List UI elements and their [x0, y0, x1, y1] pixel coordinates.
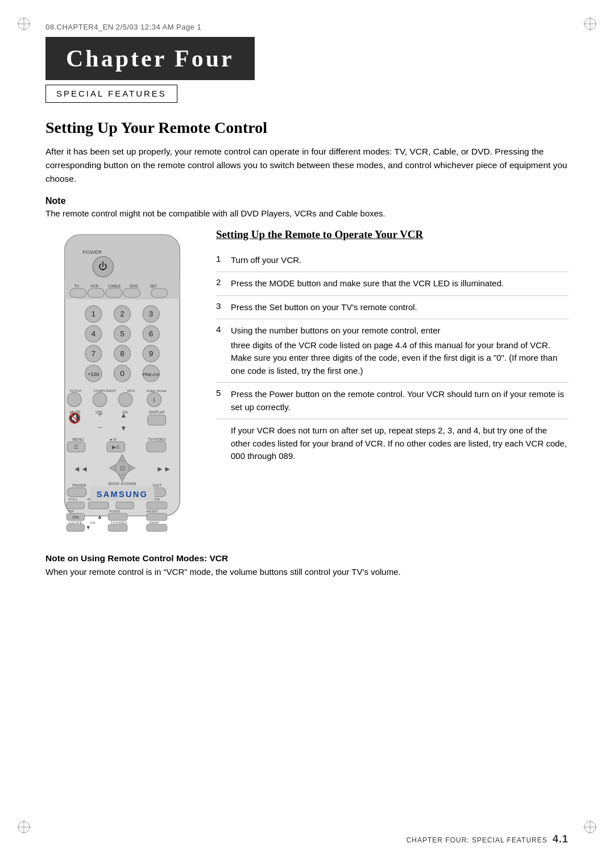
svg-text:►/II: ►/II [110, 437, 117, 441]
svg-text:8: 8 [120, 349, 125, 358]
svg-text:6: 6 [149, 329, 154, 338]
svg-rect-78 [147, 441, 166, 452]
step-1-text: Turn off your VCR. [231, 254, 301, 267]
svg-text:⊡: ⊡ [120, 465, 125, 471]
section-title: Setting Up Your Remote Control [45, 119, 569, 137]
corner-mark-top-left [17, 17, 31, 31]
svg-rect-95 [67, 502, 85, 508]
svg-rect-25 [106, 288, 122, 297]
svg-text:POWER: POWER [82, 249, 102, 255]
svg-text:☰: ☰ [74, 444, 78, 450]
step-2-num: 2 [216, 277, 227, 287]
svg-rect-114 [147, 524, 167, 531]
svg-text:▲: ▲ [97, 513, 103, 519]
svg-text:PIP: PIP [69, 508, 74, 512]
svg-text:PRE-CH: PRE-CH [143, 372, 160, 377]
svg-point-57 [93, 393, 107, 407]
svg-text:Dolby Virtual: Dolby Virtual [147, 389, 167, 393]
svg-text:3: 3 [149, 310, 154, 318]
step-1-num: 1 [216, 254, 227, 264]
svg-text:PMODE: PMODE [72, 483, 86, 487]
svg-text:7: 7 [92, 349, 96, 358]
svg-rect-113 [108, 524, 127, 531]
svg-rect-96 [88, 502, 109, 508]
file-header: 08.CHAPTER4_EN 2/5/03 12:34 AM Page 1 [45, 23, 569, 31]
svg-text:⏻: ⏻ [98, 261, 107, 271]
svg-text:5: 5 [120, 329, 125, 338]
footer-text: Chapter Four: Special Features [406, 836, 547, 844]
note-label: Note [45, 196, 569, 206]
remote-control-image: POWER ⏻ TV VCR CABLE DVD SET [45, 228, 199, 535]
svg-text:MTS: MTS [127, 389, 135, 393]
step-2: 2 Press the MODE button and make sure th… [216, 272, 569, 296]
bottom-note-title: Note on Using Remote Control Modes: VCR [45, 553, 569, 564]
step-note: If your VCR does not turn on after set u… [216, 419, 569, 468]
svg-text:▼: ▼ [85, 524, 91, 530]
svg-text:EXIT: EXIT [153, 483, 161, 487]
note-section: Note The remote control might not be com… [45, 196, 569, 220]
remote-wrapper: POWER ⏻ TV VCR CABLE DVD SET [45, 228, 199, 537]
step-4: 4 Using the number buttons on your remot… [216, 319, 569, 383]
vcr-subtitle: Setting Up the Remote to Operate Your VC… [216, 228, 569, 241]
page: 08.CHAPTER4_EN 2/5/03 12:34 AM Page 1 Ch… [0, 0, 614, 868]
svg-text:COMPONENT: COMPONENT [93, 389, 116, 393]
svg-text:MENU: MENU [72, 437, 84, 441]
step-4-subtext: three digits of the VCR code listed on p… [231, 339, 569, 378]
svg-rect-98 [147, 502, 167, 508]
page-footer: Chapter Four: Special Features 4.1 [406, 833, 569, 845]
instructions-col: Setting Up the Remote to Operate Your VC… [216, 228, 569, 468]
svg-rect-27 [151, 288, 168, 297]
svg-point-58 [118, 393, 132, 407]
svg-text:▼: ▼ [120, 424, 127, 432]
svg-text:🔇: 🔇 [68, 411, 81, 424]
svg-text:LOCATE: LOCATE [69, 520, 82, 524]
svg-text:PC/DVI: PC/DVI [70, 389, 82, 393]
chapter-title: Chapter Four [66, 45, 234, 72]
svg-text:◄◄: ◄◄ [73, 464, 89, 473]
remote-col: POWER ⏻ TV VCR CABLE DVD SET [45, 228, 199, 537]
svg-text:+: + [97, 410, 102, 419]
svg-text:►►: ►► [156, 464, 172, 473]
intro-paragraph: After it has been set up properly, your … [45, 145, 569, 186]
chapter-box: Chapter Four [45, 37, 255, 80]
svg-point-56 [67, 393, 81, 407]
special-features-box: Special Features [45, 85, 177, 103]
step-3: 3 Press the Set button on your TV's remo… [216, 296, 569, 320]
svg-rect-105 [108, 513, 127, 520]
svg-text:0: 0 [120, 369, 125, 377]
svg-text:9: 9 [149, 349, 154, 358]
svg-text:+100: +100 [88, 371, 99, 377]
svg-text:−: − [97, 422, 102, 432]
two-col-layout: POWER ⏻ TV VCR CABLE DVD SET [45, 228, 569, 537]
svg-text:P.SIZE: P.SIZE [110, 508, 121, 512]
svg-text:RESET: RESET [147, 508, 159, 512]
step-1: 1 Turn off your VCR. [216, 249, 569, 273]
svg-text:TV: TV [74, 283, 80, 287]
bottom-note-text: When your remote control is in “VCR” mod… [45, 566, 569, 579]
svg-rect-106 [147, 513, 167, 520]
svg-text:CH: CH [90, 520, 96, 524]
special-features-label: Special Features [56, 89, 167, 98]
step-5-text: Press the Power button on the remote con… [231, 388, 569, 414]
step-note-num [216, 424, 227, 435]
corner-mark-top-right [583, 17, 597, 31]
svg-rect-24 [88, 288, 104, 297]
svg-text:CABLE: CABLE [108, 283, 121, 287]
svg-rect-111 [67, 524, 85, 531]
svg-text:▲: ▲ [120, 411, 127, 419]
step-4-text: Using the number buttons on your remote … [231, 324, 569, 377]
svg-text:DISPLAY: DISPLAY [149, 410, 165, 414]
page-number: 4.1 [553, 833, 569, 845]
svg-rect-26 [123, 288, 140, 297]
svg-text:2: 2 [120, 310, 125, 318]
step-3-text: Press the Set button on your TV's remote… [231, 301, 417, 314]
svg-text:TV/VIDEO: TV/VIDEO [148, 437, 166, 441]
svg-text:ON: ON [72, 514, 79, 519]
svg-text:1: 1 [92, 310, 96, 318]
step-5: 5 Press the Power button on the remote c… [216, 383, 569, 419]
svg-rect-89 [67, 487, 86, 496]
svg-text:4: 4 [92, 329, 96, 338]
note-text: The remote control might not be compatib… [45, 207, 569, 220]
svg-text:SET: SET [150, 283, 157, 287]
corner-mark-bottom-right [583, 820, 597, 834]
